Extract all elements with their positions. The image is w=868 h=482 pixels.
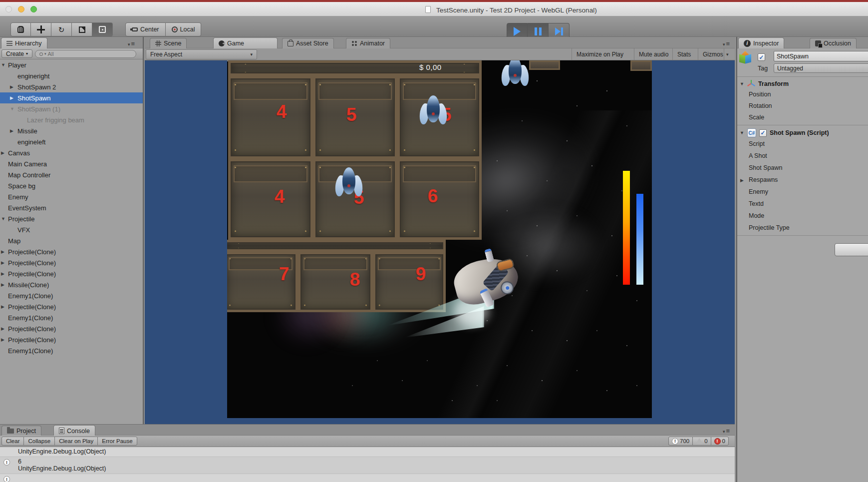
hierarchy-item-engineright[interactable]: engineright (0, 70, 143, 81)
tab-occlusion[interactable]: Occlusion (810, 38, 857, 48)
foldout-closed-icon[interactable]: ▶ (1, 304, 4, 309)
pivot-local-button[interactable]: Local (166, 22, 202, 36)
property-projectile-type[interactable]: Projectile Type (749, 224, 790, 231)
foldout-closed-icon[interactable]: ▶ (1, 249, 4, 254)
script-enabled-checkbox[interactable]: ✓ (759, 129, 767, 137)
foldout-closed-icon[interactable]: ▶ (10, 128, 13, 133)
property-scale[interactable]: Scale (749, 114, 764, 121)
clear-on-play-button[interactable]: Clear on Play (54, 437, 98, 446)
transform-component-header[interactable]: ▼ Transform (737, 78, 868, 89)
create-button[interactable]: Create ▾ (1, 49, 32, 58)
property-enemy[interactable]: Enemy (749, 188, 768, 195)
hierarchy-item-projectile-clone-[interactable]: ▶Projectile(Clone) (0, 301, 143, 312)
foldout-closed-icon[interactable]: ▶ (10, 84, 13, 89)
gizmos-dropdown[interactable]: Gizmos (698, 48, 728, 60)
hierarchy-item-projectile-clone-[interactable]: ▶Projectile(Clone) (0, 257, 143, 268)
hierarchy-item-projectile-clone-[interactable]: ▶Projectile(Clone) (0, 323, 143, 334)
foldout-open-icon[interactable]: ▼ (740, 81, 744, 86)
gameobject-name-field[interactable] (774, 51, 868, 61)
hierarchy-item-lazer-frigging-beam[interactable]: Lazer frigging beam (0, 114, 143, 125)
property-position[interactable]: Position (749, 91, 771, 98)
hierarchy-item-map[interactable]: Map (0, 235, 143, 246)
hierarchy-item-projectile-clone-[interactable]: ▶Projectile(Clone) (0, 268, 143, 279)
aspect-dropdown[interactable]: Free Aspect ▾ (146, 49, 257, 59)
hierarchy-item-enemy1-clone-[interactable]: Enemy1(Clone) (0, 290, 143, 301)
property-a-shot[interactable]: A Shot (749, 152, 767, 159)
property-textd[interactable]: Textd (749, 200, 764, 207)
foldout-open-icon[interactable]: ▼ (740, 130, 744, 135)
tab-project[interactable]: Project (1, 426, 41, 436)
tab-console[interactable]: Console (53, 425, 95, 436)
close-window-button[interactable] (5, 6, 12, 12)
hierarchy-item-main-camera[interactable]: Main Camera (0, 158, 143, 169)
hierarchy-item-shotspawn-1-[interactable]: ▼ShotSpawn (1) (0, 103, 143, 114)
gameobject-cube-icon[interactable] (739, 51, 752, 64)
console-log-entry[interactable]: !6UnityEngine.Debug.Log(Object) (0, 457, 735, 474)
stats-toggle[interactable]: Stats (672, 48, 695, 60)
property-respawns[interactable]: Respawns (749, 176, 778, 183)
collapse-button[interactable]: Collapse (23, 437, 55, 446)
error-pause-button[interactable]: Error Pause (97, 437, 137, 446)
hierarchy-item-map-controller[interactable]: Map Controller (0, 169, 143, 180)
script-component-header[interactable]: ▼ C# ✓ Shot Spawn (Script) (737, 127, 868, 138)
property-rotation[interactable]: Rotation (749, 102, 772, 109)
property-shot-spawn[interactable]: Shot Spawn (749, 164, 782, 171)
hierarchy-item-vfx[interactable]: VFX (0, 224, 143, 235)
gameobject-active-checkbox[interactable]: ✓ (758, 53, 765, 61)
tab-hierarchy[interactable]: Hierarchy (1, 37, 47, 48)
property-script[interactable]: Script (749, 140, 765, 147)
foldout-open-icon[interactable]: ▼ (1, 216, 5, 221)
foldout-open-icon[interactable]: ▼ (10, 106, 14, 111)
hierarchy-item-projectile-clone-[interactable]: ▶Projectile(Clone) (0, 334, 143, 345)
property-mode[interactable]: Mode (749, 212, 764, 219)
hierarchy-item-shotspawn-2[interactable]: ▶ShotSpawn 2 (0, 81, 143, 92)
console-log-entry[interactable]: ! (0, 474, 735, 482)
tab-scene[interactable]: Scene (150, 38, 187, 48)
foldout-closed-icon[interactable]: ▶ (740, 178, 744, 183)
hierarchy-item-missile-clone-[interactable]: ▶Missile(Clone) (0, 279, 143, 290)
tab-game[interactable]: Game (213, 37, 278, 48)
rotate-tool-button[interactable]: ↻ (51, 22, 72, 36)
hierarchy-item-missile[interactable]: ▶Missile (0, 125, 143, 136)
console-panel-menu-icon[interactable]: ▾ (723, 427, 730, 435)
foldout-closed-icon[interactable]: ▶ (10, 95, 13, 100)
foldout-closed-icon[interactable]: ▶ (1, 260, 4, 265)
hierarchy-item-player[interactable]: ▼Player (0, 59, 143, 70)
hierarchy-item-engineleft[interactable]: engineleft (0, 136, 143, 147)
hierarchy-item-enemy1-clone-[interactable]: Enemy1(Clone) (0, 345, 143, 356)
tab-asset-store[interactable]: Asset Store (282, 38, 334, 48)
game-viewport[interactable]: 455456789 $ 0,00 (227, 60, 652, 418)
add-component-button[interactable] (835, 243, 868, 256)
hand-tool-button[interactable] (10, 22, 31, 36)
foldout-open-icon[interactable]: ▼ (1, 62, 5, 67)
foldout-closed-icon[interactable]: ▶ (1, 271, 4, 276)
foldout-closed-icon[interactable]: ▶ (1, 150, 4, 155)
warning-count-toggle[interactable]: 0 (692, 437, 711, 446)
hierarchy-item-projectile-clone-[interactable]: ▶Projectile(Clone) (0, 246, 143, 257)
mute-audio-toggle[interactable]: Mute audio (634, 48, 673, 60)
foldout-closed-icon[interactable]: ▶ (1, 337, 4, 342)
minimize-window-button[interactable] (18, 6, 24, 12)
foldout-closed-icon[interactable]: ▶ (1, 282, 4, 287)
hierarchy-item-projectile[interactable]: ▼Projectile (0, 213, 143, 224)
hierarchy-item-enemy1-clone-[interactable]: Enemy1(Clone) (0, 312, 143, 323)
hierarchy-panel-menu-icon[interactable]: ▾ (128, 40, 135, 47)
maximize-on-play-toggle[interactable]: Maximize on Play (572, 48, 628, 60)
tag-dropdown[interactable]: Untagged (774, 63, 868, 73)
hierarchy-item-space-bg[interactable]: Space bg (0, 180, 143, 191)
scale-tool-button[interactable] (72, 22, 92, 36)
pivot-center-button[interactable]: Center (125, 22, 166, 36)
rect-tool-button[interactable] (92, 22, 113, 36)
hierarchy-item-shotspawn[interactable]: ▶ShotSpawn (0, 92, 143, 103)
move-tool-button[interactable] (31, 22, 51, 36)
maximize-window-button[interactable] (30, 6, 37, 12)
error-count-toggle[interactable]: ! 0 (711, 437, 729, 446)
foldout-closed-icon[interactable]: ▶ (1, 326, 4, 331)
hierarchy-item-eventsystem[interactable]: EventSystem (0, 202, 143, 213)
clear-button[interactable]: Clear (1, 437, 24, 446)
game-panel-menu-icon[interactable]: ▾ (723, 40, 730, 47)
info-count-toggle[interactable]: ! 700 (668, 437, 693, 446)
console-log-entry[interactable]: UnityEngine.Debug.Log(Object) (0, 447, 735, 457)
gizmos-chevron-icon[interactable]: ▾ (724, 48, 731, 60)
hierarchy-search-field[interactable]: ▾ All (35, 50, 136, 58)
